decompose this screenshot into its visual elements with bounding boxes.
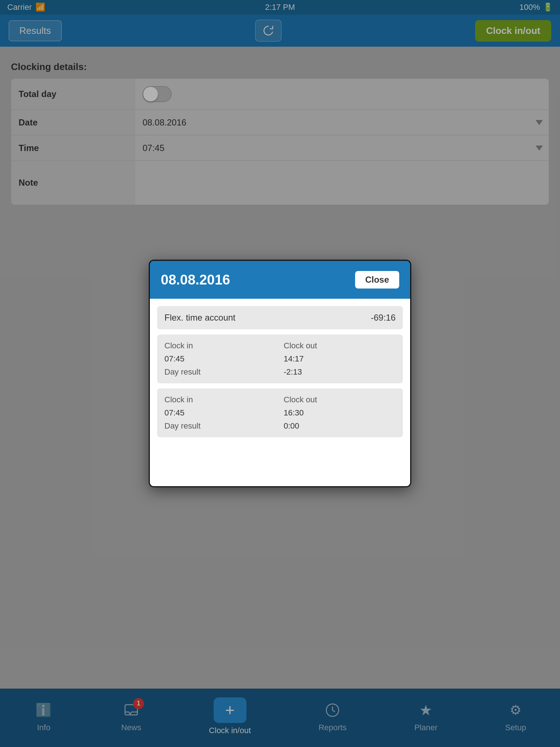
modal: 08.08.2016 Close Flex. time account -69:… [149,260,411,487]
flex-time-row: Flex. time account -69:16 [157,306,403,329]
clock-out-label-2: Clock out [284,395,396,405]
clock-in-value-2: 07:45 [164,408,276,418]
modal-close-button[interactable]: Close [355,271,399,289]
modal-date: 08.08.2016 [161,272,230,288]
flex-time-label: Flex. time account [164,313,236,323]
modal-spacer [157,442,403,479]
day-result-label-1: Day result [164,367,276,377]
modal-header: 08.08.2016 Close [150,261,410,299]
clock-out-value-2: 16:30 [284,408,396,418]
day-result-value-1: -2:13 [284,367,396,377]
clock-out-label-1: Clock out [284,341,396,351]
clock-in-label-2: Clock in [164,395,276,405]
modal-body: Flex. time account -69:16 Clock in Clock… [150,299,410,486]
flex-time-value: -69:16 [371,313,396,323]
day-result-label-2: Day result [164,421,276,431]
clocking-entry-2: Clock in Clock out 07:45 16:30 Day resul… [157,388,403,437]
clock-out-value-1: 14:17 [284,354,396,364]
day-result-value-2: 0:00 [284,421,396,431]
modal-overlay: 08.08.2016 Close Flex. time account -69:… [0,0,560,747]
clocking-entry-1: Clock in Clock out 07:45 14:17 Day resul… [157,334,403,383]
clock-in-label-1: Clock in [164,341,276,351]
clock-in-value-1: 07:45 [164,354,276,364]
